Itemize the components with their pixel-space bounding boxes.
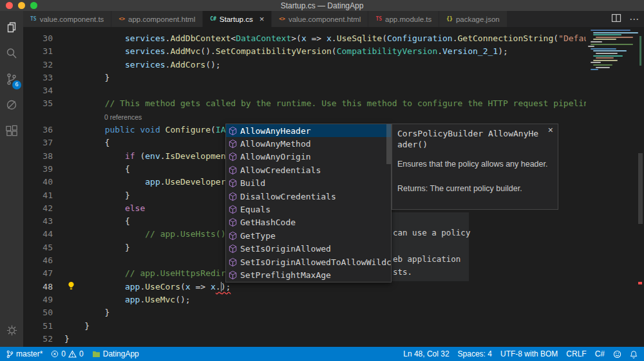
suggest-item[interactable]: AllowAnyHeader bbox=[226, 124, 391, 137]
editor-text-fragment: can use a policy bbox=[393, 228, 470, 237]
line-number: 35 bbox=[23, 97, 53, 110]
code-token: GetConnectionString bbox=[458, 33, 554, 43]
warning-count: 0 bbox=[79, 349, 84, 358]
code-token: (); bbox=[175, 295, 190, 304]
code-line-text: // This method gets called by the runtim… bbox=[64, 97, 599, 110]
minimap-line bbox=[593, 60, 618, 61]
code-line-text: } bbox=[64, 306, 109, 319]
minimap-line bbox=[593, 64, 612, 66]
code-token: . bbox=[332, 33, 337, 43]
code-token: (); bbox=[205, 60, 220, 69]
settings-gear-icon[interactable] bbox=[0, 317, 23, 343]
close-window-icon[interactable] bbox=[6, 2, 13, 9]
codelens-references[interactable]: 0 references bbox=[104, 113, 142, 121]
suggest-item[interactable]: DisallowCredentials bbox=[226, 190, 391, 203]
indentation[interactable]: Spaces: 4 bbox=[458, 349, 492, 358]
suggest-scrollbar[interactable] bbox=[386, 124, 391, 164]
eol-sequence[interactable]: CRLF bbox=[566, 349, 586, 358]
code-token: x bbox=[185, 282, 191, 292]
suggest-item[interactable]: AllowAnyMethod bbox=[226, 137, 391, 150]
encoding[interactable]: UTF-8 with BOM bbox=[500, 349, 558, 358]
language-mode[interactable]: C# bbox=[595, 349, 605, 358]
feedback-smiley-icon[interactable] bbox=[613, 350, 621, 358]
minimap-line bbox=[593, 50, 627, 51]
line-number: 48 bbox=[23, 281, 53, 293]
code-token: services bbox=[125, 60, 166, 69]
minimap-line bbox=[591, 62, 601, 63]
line-number: 37 bbox=[23, 136, 53, 149]
suggest-item-label: Equals bbox=[240, 205, 270, 214]
extensions-icon[interactable] bbox=[0, 118, 23, 143]
suggest-item[interactable]: SetIsOriginAllowed bbox=[226, 243, 391, 255]
lightbulb-icon[interactable] bbox=[67, 281, 75, 293]
close-icon[interactable]: × bbox=[260, 15, 265, 23]
suggest-item-label: DisallowCredentials bbox=[240, 192, 336, 201]
code-token: } bbox=[64, 190, 130, 200]
suggest-item[interactable]: Build bbox=[226, 177, 391, 190]
code-token: => bbox=[307, 33, 327, 43]
suggest-item-label: GetType bbox=[240, 231, 276, 241]
cursor-position[interactable]: Ln 48, Col 32 bbox=[403, 349, 449, 358]
tab-app.module.ts[interactable]: TSapp.module.ts bbox=[368, 11, 439, 27]
line-number: 33 bbox=[23, 71, 53, 84]
code-line: 30 services.AddDbContext<DataContext>(x … bbox=[23, 32, 644, 45]
code-token: ); bbox=[498, 46, 508, 56]
tab-label: app.module.ts bbox=[385, 15, 431, 23]
problems-item[interactable]: 0 0 bbox=[51, 349, 83, 358]
code-token: app bbox=[125, 295, 140, 304]
tab-value.component.html[interactable]: <>value.component.html bbox=[272, 11, 368, 27]
suggest-item[interactable]: GetType bbox=[226, 229, 391, 242]
code-line-text: // app.UseHsts(); bbox=[64, 228, 231, 241]
line-number: 30 bbox=[23, 32, 53, 45]
file-type-icon: TS bbox=[30, 16, 37, 22]
search-icon[interactable] bbox=[0, 41, 23, 66]
split-editor-icon[interactable] bbox=[611, 13, 621, 26]
suggest-item[interactable]: AllowAnyOrigin bbox=[226, 151, 391, 163]
code-token: SetCompatibilityVersion bbox=[216, 46, 332, 56]
code-token: ( bbox=[332, 46, 337, 56]
code-token: app bbox=[145, 177, 160, 187]
code-token: >( bbox=[291, 33, 301, 43]
editor-scrollbar[interactable] bbox=[638, 153, 643, 224]
tab-bar: TSvalue.component.ts<>app.component.html… bbox=[23, 11, 644, 27]
suggest-widget: AllowAnyHeader AllowAnyMethod AllowAnyOr… bbox=[225, 124, 392, 282]
minimap-line bbox=[591, 48, 616, 50]
code-token bbox=[64, 268, 125, 278]
project-item[interactable]: DatingApp bbox=[92, 349, 139, 358]
source-control-icon[interactable]: 6 bbox=[0, 66, 23, 92]
code-line: 33 } bbox=[23, 71, 644, 84]
code-token: { bbox=[64, 216, 130, 226]
minimize-window-icon[interactable] bbox=[18, 2, 25, 9]
suggest-item[interactable]: SetPreflightMaxAge bbox=[226, 268, 391, 281]
tab-app.component.html[interactable]: <>app.component.html bbox=[111, 11, 203, 27]
line-number: 49 bbox=[23, 293, 53, 306]
notifications-bell-icon[interactable] bbox=[630, 350, 638, 358]
git-branch-item[interactable]: master* bbox=[6, 349, 43, 358]
tab-Startup.cs[interactable]: C#Startup.cs× bbox=[203, 11, 272, 27]
suggest-item[interactable]: Equals bbox=[226, 203, 391, 216]
maximize-window-icon[interactable] bbox=[30, 2, 37, 9]
activity-bar: 6 bbox=[0, 11, 23, 347]
line-number: 50 bbox=[23, 306, 53, 319]
suggest-item[interactable]: AllowCredentials bbox=[226, 163, 391, 176]
line-number: 31 bbox=[23, 45, 53, 58]
line-number bbox=[23, 111, 53, 124]
more-actions-icon[interactable]: ⋯ bbox=[629, 14, 639, 24]
code-line-text: { bbox=[64, 215, 130, 228]
code-token: . bbox=[160, 151, 166, 161]
tab-value.component.ts[interactable]: TSvalue.component.ts bbox=[23, 11, 111, 27]
minimap[interactable] bbox=[586, 27, 644, 347]
explorer-icon[interactable] bbox=[0, 15, 23, 41]
file-type-icon: TS bbox=[375, 16, 382, 22]
debug-icon[interactable] bbox=[0, 92, 23, 118]
code-line: 49 app.UseMvc(); bbox=[23, 293, 644, 306]
suggest-item[interactable]: SetIsOriginAllowedToAllowWildcardSubdoma… bbox=[226, 255, 391, 268]
tab-package.json[interactable]: {}package.json bbox=[439, 11, 507, 27]
project-name: DatingApp bbox=[103, 349, 139, 358]
method-returns: Returns: The current policy builder. bbox=[397, 183, 553, 194]
minimap-line bbox=[596, 53, 618, 54]
close-icon[interactable]: × bbox=[548, 125, 553, 135]
suggest-item[interactable]: GetHashCode bbox=[226, 216, 391, 229]
editor-pane[interactable]: 30 services.AddDbContext<DataContext>(x … bbox=[23, 27, 644, 347]
code-token bbox=[64, 203, 125, 213]
